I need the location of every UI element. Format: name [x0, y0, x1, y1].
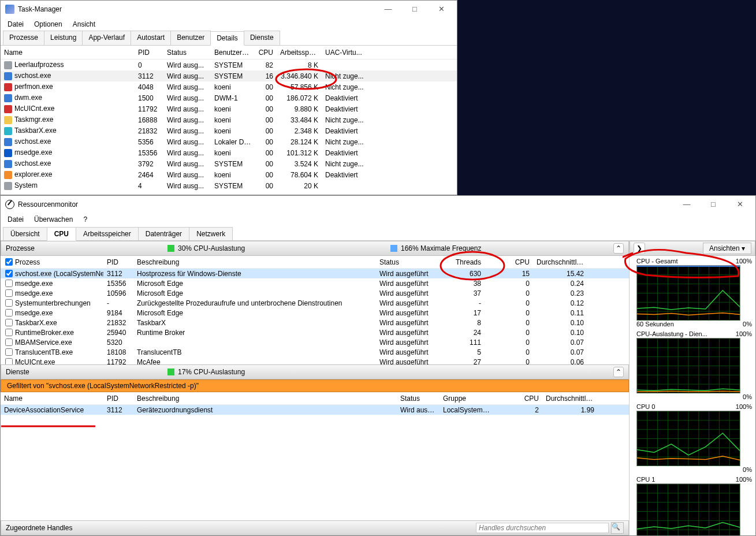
services-list[interactable]: DeviceAssociationService3112Gerätezuordn…: [1, 405, 629, 520]
close-button[interactable]: ✕: [727, 196, 753, 213]
process-row[interactable]: McUICnt.exe11792McAfeeWird ausgeführt270…: [1, 357, 629, 364]
process-checkbox[interactable]: [5, 329, 13, 336]
process-row[interactable]: svchost.exe3112Wird ausg...SYSTEM163.346…: [1, 70, 457, 81]
col-pid[interactable]: PID: [103, 257, 133, 267]
maximize-button[interactable]: □: [700, 196, 727, 213]
processes-columns[interactable]: Prozess PID Beschreibung Status Threads …: [1, 256, 629, 269]
maximize-button[interactable]: □: [401, 1, 428, 18]
tab-datenträger[interactable]: Datenträger: [138, 227, 189, 240]
col-cpu[interactable]: CPU: [485, 257, 533, 267]
process-row[interactable]: TranslucentTB.exe18108TranslucentTBWird …: [1, 347, 629, 357]
process-row[interactable]: McUICnt.exe11792Wird ausg...koeni009.880…: [1, 103, 457, 114]
col-description[interactable]: Beschreibung: [133, 257, 376, 267]
process-row[interactable]: msedge.exe15356Microsoft EdgeWird ausgef…: [1, 278, 629, 288]
col-cpu[interactable]: CPU: [255, 47, 277, 58]
col-process[interactable]: Prozess: [15, 258, 40, 266]
handles-search-input[interactable]: [476, 523, 609, 533]
processes-panel-header[interactable]: Prozesse 30% CPU-Auslastung 166% Maximal…: [1, 241, 629, 256]
tab-leistung[interactable]: Leistung: [44, 31, 83, 45]
col-group[interactable]: Gruppe: [440, 393, 496, 404]
process-row[interactable]: svchost.exe (LocalSystemNet...3112Hostpr…: [1, 269, 629, 278]
process-checkbox[interactable]: [5, 299, 13, 307]
tab-cpu[interactable]: CPU: [47, 227, 76, 241]
process-row[interactable]: explorer.exe2464Wird ausg...koeni0078.60…: [1, 169, 457, 180]
collapse-button[interactable]: ⌃: [613, 243, 624, 254]
process-checkbox[interactable]: [5, 348, 13, 356]
titlebar[interactable]: Ressourcenmonitor — □ ✕: [1, 196, 755, 213]
process-row[interactable]: msedge.exe9184Microsoft EdgeWird ausgefü…: [1, 308, 629, 318]
col-pid[interactable]: PID: [103, 393, 133, 404]
process-row[interactable]: TaskbarX.exe21832TaskbarXWird ausgeführt…: [1, 318, 629, 327]
process-row[interactable]: msedge.exe15356Wird ausg...koeni00101.31…: [1, 147, 457, 158]
process-checkbox[interactable]: [5, 358, 13, 364]
tab-arbeitsspeicher[interactable]: Arbeitsspeicher: [76, 227, 139, 240]
tab-autostart[interactable]: Autostart: [131, 31, 171, 45]
process-checkbox[interactable]: [5, 338, 13, 346]
collapse-arrow-button[interactable]: ❯: [634, 243, 645, 254]
col-avg-cpu[interactable]: Durchschnittlic...: [533, 257, 587, 267]
process-row[interactable]: dwm.exe1500Wird ausg...DWM-100186.072 KD…: [1, 92, 457, 103]
process-checkbox[interactable]: [5, 309, 13, 317]
col-status[interactable]: Status: [163, 47, 211, 58]
menu-monitor[interactable]: Überwachen: [31, 214, 76, 225]
process-row[interactable]: perfmon.exe4048Wird ausg...koeni0057.856…: [1, 81, 457, 92]
process-row[interactable]: svchost.exe5356Wird ausg...Lokaler Di...…: [1, 136, 457, 147]
process-row[interactable]: System4Wird ausg...SYSTEM0020 K: [1, 180, 457, 191]
titlebar[interactable]: Task-Manager — □ ✕: [1, 1, 457, 18]
menu-file[interactable]: Datei: [4, 19, 27, 29]
process-checkbox[interactable]: [5, 289, 13, 297]
close-button[interactable]: ✕: [428, 1, 455, 18]
tab-prozesse[interactable]: Prozesse: [3, 31, 44, 45]
col-threads[interactable]: Threads: [435, 257, 485, 267]
col-uac[interactable]: UAC-Virtu...: [322, 47, 368, 58]
collapse-button[interactable]: ⌃: [613, 367, 624, 377]
minimize-button[interactable]: —: [375, 1, 401, 18]
menu-options[interactable]: Optionen: [31, 19, 66, 29]
col-name[interactable]: Name: [1, 47, 135, 58]
tab-app-verlauf[interactable]: App-Verlauf: [82, 31, 131, 45]
process-row[interactable]: MBAMService.exe5320Wird ausgeführt11100.…: [1, 337, 629, 347]
search-button[interactable]: 🔍: [611, 522, 624, 534]
tab-benutzer[interactable]: Benutzer: [170, 31, 211, 45]
processes-list[interactable]: svchost.exe (LocalSystemNet...3112Hostpr…: [1, 269, 629, 364]
tab-details[interactable]: Details: [210, 31, 244, 46]
process-row[interactable]: RuntimeBroker.exe25940Runtime BrokerWird…: [1, 327, 629, 337]
process-checkbox[interactable]: [5, 270, 13, 277]
process-row[interactable]: svchost.exe3792Wird ausg...SYSTEM003.524…: [1, 158, 457, 169]
menubar: Datei Optionen Ansicht: [1, 18, 457, 31]
process-row[interactable]: Systemunterbrechungen-Zurückgestellte Pr…: [1, 298, 629, 308]
process-checkbox[interactable]: [5, 319, 13, 326]
chart-block: CPU 0100% 0%: [630, 401, 755, 474]
col-status[interactable]: Status: [397, 393, 440, 404]
col-description[interactable]: Beschreibung: [133, 393, 397, 404]
tab-dienste[interactable]: Dienste: [244, 31, 280, 45]
minimize-button[interactable]: —: [673, 196, 700, 213]
service-row[interactable]: DeviceAssociationService3112Gerätezuordn…: [1, 405, 629, 415]
services-columns[interactable]: Name PID Beschreibung Status Gruppe CPU …: [1, 392, 629, 405]
select-all-checkbox[interactable]: [5, 258, 13, 266]
cpu-meter-icon: [167, 245, 174, 252]
col-name[interactable]: Name: [1, 393, 103, 404]
views-dropdown[interactable]: Ansichten ▾: [703, 243, 751, 254]
process-row[interactable]: msedge.exe10596Microsoft EdgeWird ausgef…: [1, 288, 629, 298]
tab-übersicht[interactable]: Übersicht: [3, 227, 47, 240]
handles-panel-header[interactable]: Zugeordnete Handles 🔍: [1, 520, 629, 535]
process-row[interactable]: TaskbarX.exe21832Wird ausg...koeni002.34…: [1, 125, 457, 136]
process-row[interactable]: Taskmgr.exe16888Wird ausg...koeni0033.48…: [1, 114, 457, 125]
col-cpu[interactable]: CPU: [496, 393, 542, 404]
col-user[interactable]: Benutzerna...: [211, 47, 255, 58]
menu-view[interactable]: Ansicht: [69, 19, 99, 29]
col-memory[interactable]: Arbeitsspei...: [277, 47, 322, 58]
menu-help[interactable]: ?: [80, 214, 91, 225]
col-avg-cpu[interactable]: Durchschnittlic...: [542, 393, 598, 404]
col-status[interactable]: Status: [376, 257, 435, 267]
chart-block: CPU-Auslastung - Dien...100% 0%: [630, 329, 755, 401]
tab-netzwerk[interactable]: Netzwerk: [189, 227, 233, 240]
column-headers[interactable]: Name PID Status Benutzerna... CPU Arbeit…: [1, 46, 457, 59]
menu-file[interactable]: Datei: [4, 214, 27, 225]
services-panel-header[interactable]: Dienste 17% CPU-Auslastung ⌃: [1, 364, 629, 379]
col-pid[interactable]: PID: [135, 47, 163, 58]
process-checkbox[interactable]: [5, 280, 13, 287]
process-row[interactable]: Leerlaufprozess0Wird ausg...SYSTEM828 K: [1, 59, 457, 70]
process-list[interactable]: Leerlaufprozess0Wird ausg...SYSTEM828 Ks…: [1, 59, 457, 195]
